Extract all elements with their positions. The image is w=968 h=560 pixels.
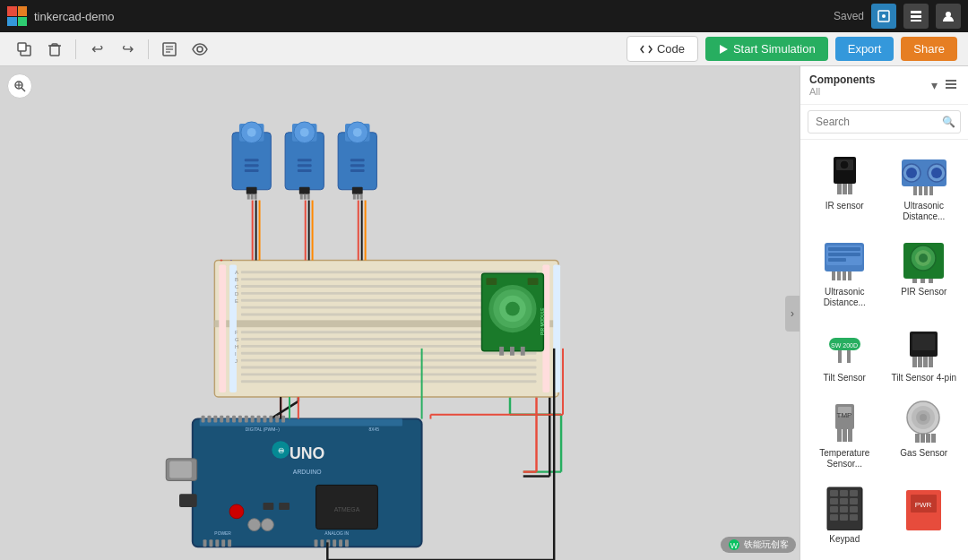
svg-rect-185 <box>946 83 956 85</box>
svg-rect-217 <box>929 279 933 283</box>
svg-rect-124 <box>510 347 514 356</box>
svg-rect-186 <box>946 87 956 89</box>
view-btn[interactable] <box>186 36 213 63</box>
svg-rect-252 <box>830 514 838 521</box>
svg-rect-238 <box>915 434 920 443</box>
topbar: tinkercad-demo Saved <box>0 0 968 32</box>
component-temp-sensor[interactable]: TMP Temperature Sensor... <box>808 394 882 475</box>
svg-text:J: J <box>235 358 238 364</box>
saved-status: Saved <box>834 10 864 22</box>
svg-rect-248 <box>850 498 858 504</box>
svg-rect-153 <box>315 539 318 547</box>
ir-sensor-img <box>817 152 871 197</box>
svg-rect-157 <box>339 539 342 547</box>
code-btn[interactable]: Code <box>627 36 698 62</box>
svg-rect-225 <box>918 357 922 367</box>
component-gas-sensor[interactable]: Gas Sensor <box>887 394 962 475</box>
logo-q2 <box>18 6 28 16</box>
undo-btn[interactable]: ↩ <box>83 36 110 63</box>
svg-rect-199 <box>919 186 922 195</box>
logo-q1 <box>7 6 17 16</box>
ultrasonic1-img <box>897 152 951 197</box>
view-table-btn[interactable] <box>903 4 929 29</box>
component-ultrasonic1[interactable]: Ultrasonic Distance... <box>887 147 962 228</box>
svg-rect-58 <box>241 366 537 369</box>
logo-q4 <box>18 17 28 27</box>
svg-rect-232 <box>843 429 847 442</box>
svg-rect-158 <box>345 539 349 547</box>
svg-rect-90 <box>298 169 312 172</box>
svg-text:DIGITAL (PWM~): DIGITAL (PWM~) <box>246 427 280 432</box>
svg-rect-243 <box>830 490 838 496</box>
panel-list-view-btn[interactable] <box>943 76 959 95</box>
svg-text:♾: ♾ <box>278 447 284 455</box>
delete-btn[interactable] <box>41 36 68 63</box>
svg-point-1 <box>882 14 886 18</box>
svg-rect-92 <box>300 194 303 200</box>
svg-text:H: H <box>235 344 238 349</box>
circuit-diagram: A B C D E F G H I J + - <box>0 66 799 560</box>
component-tilt-sensor-4pin[interactable]: Tilt Sensor 4-pin <box>887 319 962 389</box>
svg-rect-8 <box>50 46 59 56</box>
svg-point-214 <box>919 254 928 263</box>
watermark: W 铁能玩创客 <box>721 537 796 553</box>
tilt-sensor-img: SW 200D <box>817 324 871 369</box>
svg-rect-208 <box>837 271 841 280</box>
svg-text:+: + <box>220 257 223 263</box>
svg-rect-93 <box>304 194 307 200</box>
component-ir-sensor[interactable]: IR sensor <box>808 147 882 228</box>
view-circuit-btn[interactable] <box>871 4 896 29</box>
svg-rect-139 <box>226 416 229 423</box>
search-input[interactable] <box>808 110 961 134</box>
svg-rect-129 <box>179 494 197 507</box>
panel-collapse-btn[interactable]: › <box>785 296 799 332</box>
svg-rect-251 <box>850 506 858 513</box>
svg-text:-: - <box>230 257 232 263</box>
ir-sensor-label: IR sensor <box>825 201 864 211</box>
svg-rect-168 <box>279 503 290 510</box>
logo-q3 <box>7 17 17 27</box>
component-ultrasonic2[interactable]: Ultrasonic Distance... <box>808 233 882 314</box>
component-pir-sensor[interactable]: PIR Sensor <box>887 233 962 314</box>
ultrasonic1-label: Ultrasonic Distance... <box>891 201 958 222</box>
canvas[interactable]: A B C D E F G H I J + - <box>0 66 799 560</box>
main-area: A B C D E F G H I J + - <box>0 66 968 560</box>
copy-btn[interactable] <box>11 36 38 63</box>
svg-text:F: F <box>235 330 238 335</box>
app-title: tinkercad-demo <box>34 10 115 23</box>
svg-rect-191 <box>843 184 847 194</box>
sep2 <box>148 39 149 59</box>
svg-rect-105 <box>360 194 363 200</box>
svg-rect-100 <box>350 164 365 167</box>
panel-title: Components <box>809 73 875 86</box>
panel-dropdown-btn[interactable]: ▾ <box>929 76 939 95</box>
watermark-text: 铁能玩创客 <box>744 538 789 551</box>
svg-rect-223 <box>912 334 935 350</box>
svg-rect-143 <box>251 416 255 423</box>
component-power[interactable]: PWR <box>887 480 962 550</box>
component-keypad[interactable]: Keypad <box>808 480 882 550</box>
export-btn[interactable]: Export <box>835 37 895 61</box>
component-tilt-sensor[interactable]: SW 200D Tilt Sensor <box>808 319 882 389</box>
right-panel: Components All ▾ 🔍 <box>799 66 968 560</box>
simulate-btn[interactable]: Start Simulation <box>705 37 828 61</box>
logo: tinkercad-demo <box>7 6 115 26</box>
svg-rect-128 <box>169 461 192 478</box>
svg-text:A: A <box>235 270 238 275</box>
redo-btn[interactable]: ↪ <box>114 36 141 63</box>
svg-rect-245 <box>850 490 858 496</box>
svg-rect-207 <box>832 271 835 280</box>
gas-sensor-label: Gas Sensor <box>900 448 947 459</box>
toolbar: ↩ ↪ Code Start Simulation Export Share <box>0 32 968 66</box>
svg-rect-210 <box>848 271 851 280</box>
svg-rect-198 <box>913 186 917 195</box>
svg-rect-250 <box>840 506 848 513</box>
svg-rect-102 <box>352 187 363 194</box>
user-avatar-btn[interactable] <box>936 4 961 29</box>
note-btn[interactable] <box>156 36 183 63</box>
svg-point-195 <box>906 168 917 178</box>
share-btn[interactable]: Share <box>901 37 957 61</box>
svg-point-166 <box>229 504 244 519</box>
svg-rect-82 <box>251 194 254 200</box>
svg-rect-246 <box>830 498 838 504</box>
